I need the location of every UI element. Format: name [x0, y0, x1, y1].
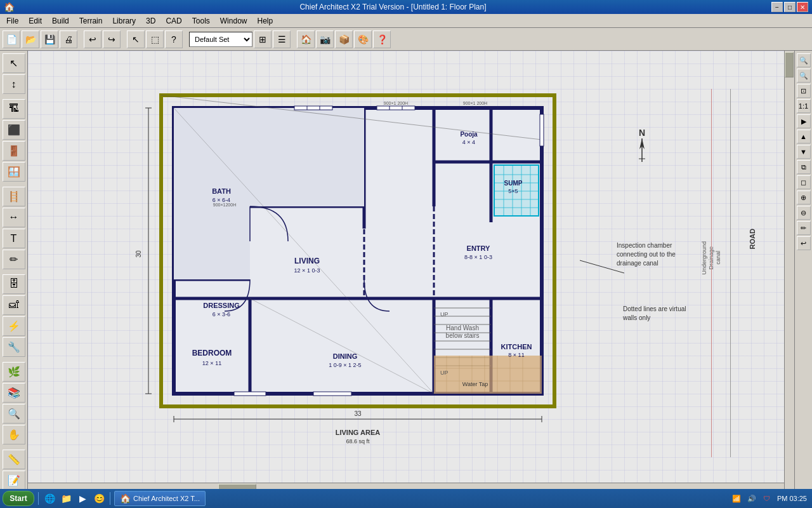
north-indicator: N	[629, 127, 655, 167]
print-button[interactable]: 🖨	[60, 30, 77, 48]
tool4-button[interactable]: ☰	[273, 30, 291, 48]
taskbar-ie-icon[interactable]: 🌐	[43, 491, 56, 505]
room-tool[interactable]: ⬛	[3, 120, 25, 140]
door-tool[interactable]: 🚪	[3, 141, 25, 161]
window-controls: − □ ✕	[771, 2, 808, 12]
open-button[interactable]: 📂	[22, 30, 39, 48]
rt-tool1[interactable]: ⧉	[797, 160, 811, 174]
svg-rect-56	[540, 114, 544, 146]
svg-rect-14	[174, 108, 364, 206]
view3d-button[interactable]: 📦	[335, 30, 353, 48]
redo-button[interactable]: ↪	[103, 30, 121, 48]
cabinet-tool[interactable]: 🗄	[3, 274, 25, 294]
start-button[interactable]: Start	[3, 491, 34, 506]
annotation-inspection: Inspection chamber connecting out to the…	[617, 241, 699, 268]
window-tool[interactable]: 🪟	[3, 162, 25, 182]
right-toolbar: 🔍 🔍 ⊡ 1:1 ▶ ▲ ▼ ⧉ ◻ ⊕ ⊖ ✏ ↩	[794, 51, 812, 493]
menu-file[interactable]: File	[1, 15, 23, 27]
select-tool[interactable]: ↖	[3, 53, 25, 73]
svg-text:DRESSING: DRESSING	[203, 302, 239, 309]
svg-text:LIVING: LIVING	[294, 257, 320, 265]
svg-text:Pooja: Pooja	[460, 131, 478, 138]
arrow-tool[interactable]: ↕	[3, 74, 25, 94]
furniture-tool[interactable]: 🛋	[3, 295, 25, 315]
rt-tool4[interactable]: ⊖	[797, 206, 811, 220]
zoom-100-button[interactable]: 1:1	[797, 99, 811, 113]
rt-tool5[interactable]: ✏	[797, 221, 811, 235]
svg-text:8 × 11: 8 × 11	[508, 352, 524, 358]
notes-tool[interactable]: 📝	[3, 471, 25, 490]
svg-text:8-8 × 1 0-3: 8-8 × 1 0-3	[464, 254, 492, 260]
menu-help[interactable]: Help	[252, 15, 278, 27]
menu-window[interactable]: Window	[215, 15, 252, 27]
measure-tool[interactable]: 📏	[3, 450, 25, 469]
rt-tool3[interactable]: ⊕	[797, 190, 811, 204]
svg-text:900×1 200H: 900×1 200H	[463, 101, 487, 105]
svg-text:DINING: DINING	[333, 352, 358, 360]
close-button[interactable]: ✕	[797, 2, 808, 12]
plumb-tool[interactable]: 🔧	[3, 337, 25, 357]
library-tool[interactable]: 📚	[3, 383, 25, 403]
pan-up-button[interactable]: ▲	[797, 130, 811, 144]
menu-3d[interactable]: 3D	[141, 15, 160, 27]
canvas-area[interactable]: BATH 6 × 6-4 DRESSING 6 × 3-6 LIVING 12 …	[28, 51, 794, 493]
taskbar-user-icon[interactable]: 😊	[92, 491, 106, 505]
taskbar-security-icon[interactable]: 🛡	[762, 493, 772, 504]
menu-library[interactable]: Library	[107, 15, 141, 27]
new-button[interactable]: 📄	[3, 30, 20, 48]
electric-tool[interactable]: ⚡	[3, 316, 25, 336]
layer-dropdown[interactable]: Default Set	[189, 32, 252, 47]
taskbar-media-icon[interactable]: ▶	[75, 491, 89, 505]
svg-rect-57	[234, 392, 266, 396]
pan-tool[interactable]: ✋	[3, 425, 25, 444]
menu-build[interactable]: Build	[47, 15, 74, 27]
menu-edit[interactable]: Edit	[23, 15, 47, 27]
svg-text:900×1 200H: 900×1 200H	[384, 101, 408, 105]
render-button[interactable]: 🎨	[354, 30, 372, 48]
taskbar-explorer-icon[interactable]: 📁	[59, 491, 73, 505]
select-button[interactable]: ↖	[127, 30, 145, 48]
taskbar-speaker-icon[interactable]: 🔊	[747, 493, 757, 504]
wall-tool[interactable]: 🏗	[3, 99, 25, 119]
main-layout: ↖ ↕ 🏗 ⬛ 🚪 🪟 🪜 ↔ T ✏ 🗄 🛋 ⚡ 🔧 🌿 📚 🔍 ✋ 📏 📝	[0, 51, 812, 493]
tool3-button[interactable]: ⊞	[254, 30, 272, 48]
taskbar-app-button[interactable]: 🏠 Chief Architect X2 T...	[114, 491, 206, 506]
help-btn[interactable]: ❓	[373, 30, 391, 48]
svg-text:1 0-9 × 1 2-5: 1 0-9 × 1 2-5	[329, 362, 361, 368]
svg-text:5×5: 5×5	[508, 188, 518, 194]
minimize-button[interactable]: −	[771, 2, 783, 12]
scroll-v-track[interactable]	[784, 51, 794, 493]
undo-button[interactable]: ↩	[84, 30, 102, 48]
svg-text:ENTRY: ENTRY	[467, 244, 491, 252]
stair-tool[interactable]: 🪜	[3, 187, 25, 206]
text-tool[interactable]: T	[3, 229, 25, 248]
camera-button[interactable]: 📷	[316, 30, 334, 48]
pan-down-button[interactable]: ▼	[797, 145, 811, 159]
tool2-button[interactable]: ?	[165, 30, 183, 48]
road-inner-line	[711, 89, 712, 457]
scroll-v-thumb[interactable]	[785, 52, 794, 77]
floor-plan-button[interactable]: 🏠	[297, 30, 315, 48]
zoom-out-button[interactable]: 🔍	[797, 69, 811, 83]
svg-text:900×1200H: 900×1200H	[213, 203, 236, 207]
taskbar-network-icon[interactable]: 📶	[731, 493, 742, 504]
svg-text:12 × 1 0-3: 12 × 1 0-3	[294, 267, 320, 274]
svg-rect-15	[174, 206, 250, 279]
zoom-in-button[interactable]: 🔍	[797, 53, 811, 67]
road-boundary-line	[730, 89, 731, 457]
rt-tool2[interactable]: ◻	[797, 175, 811, 189]
draw-tool[interactable]: ✏	[3, 250, 25, 269]
tool1-button[interactable]: ⬚	[146, 30, 164, 48]
save-button[interactable]: 💾	[41, 30, 58, 48]
terrain-tool[interactable]: 🌿	[3, 362, 25, 382]
dim-tool[interactable]: ↔	[3, 208, 25, 227]
rt-tool6[interactable]: ↩	[797, 236, 811, 250]
menu-cad[interactable]: CAD	[160, 15, 187, 27]
zoom-tool[interactable]: 🔍	[3, 404, 25, 424]
pan-right-button[interactable]: ▶	[797, 114, 811, 128]
road-label: ROAD	[749, 229, 756, 249]
maximize-button[interactable]: □	[784, 2, 796, 12]
fit-button[interactable]: ⊡	[797, 84, 811, 98]
menu-tools[interactable]: Tools	[187, 15, 215, 27]
menu-terrain[interactable]: Terrain	[74, 15, 108, 27]
